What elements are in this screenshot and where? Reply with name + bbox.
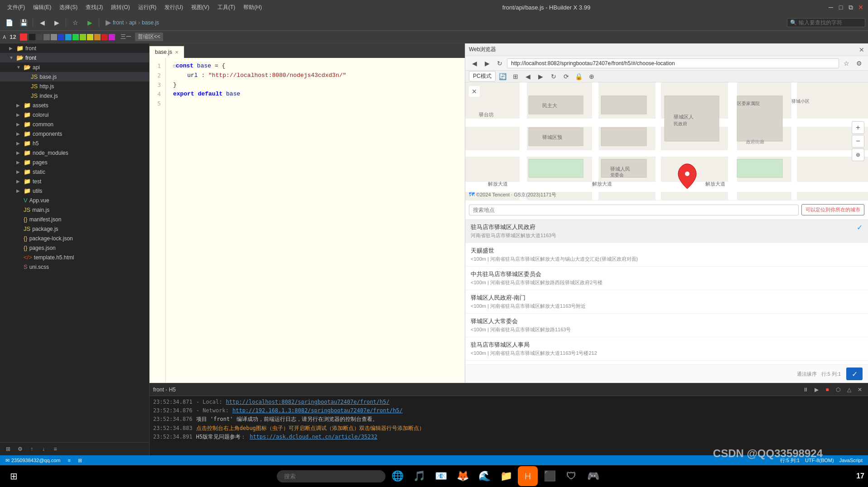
browser-tool5[interactable]: ↻ [548,71,559,82]
status-language[interactable]: JavaScript [838,457,864,464]
taskbar-app-game[interactable]: 🎮 [583,466,603,486]
menu-file[interactable]: 文件(F) [4,2,29,13]
taskbar-app-mail[interactable]: 📧 [431,466,451,486]
location-item-6[interactable]: 驻马店市驿城区纪检委 <100m | 河南省驻马店市驿城区解放路1163号 [465,361,868,364]
sidebar-item-h5[interactable]: ▶ 📁 h5 [0,138,149,148]
menu-jump[interactable]: 跳转(O) [107,2,133,13]
console-close-btn[interactable]: ✕ [855,385,864,394]
browser-forward-btn[interactable]: ▶ [482,58,492,69]
sidebar-item-front1[interactable]: ▶ 📁 front [0,43,149,53]
sidebar-item-templatehtml[interactable]: </> template.h5.html [0,253,149,262]
taskbar-app-shield[interactable]: 🛡 [561,466,581,486]
editor-content[interactable]: 1 2 3 4 5 ⊟const base = { url : "http://… [149,58,465,383]
console-external-btn[interactable]: ⬡ [834,385,843,394]
map-close-btn[interactable]: ✕ [469,86,480,97]
location-item-2[interactable]: 中共驻马店市驿城区委员会 <100m | 河南省驻马店市驿城区解放路西段驿城区政… [465,267,868,290]
menu-publish[interactable]: 发行(U) [161,2,187,13]
taskbar-search-input[interactable] [277,470,386,482]
browser-map[interactable]: 民主大 驿城区预 驿城区人 区委家属院 驿城小区 民政府 驿城人民 党委会 驿台… [465,82,868,200]
sidebar-item-packagelockjson[interactable]: {} package-lock.json [0,234,149,243]
back-btn[interactable]: ◀ [36,16,48,29]
save-btn[interactable]: 💾 [17,16,30,29]
minimize-button[interactable]: ─ [827,4,834,11]
bookmark-btn[interactable]: ☆ [69,16,82,29]
location-item-4[interactable]: 驿城区人大常委会 <100m | 河南省驻马店市驿城区解放路1163号 [465,314,868,337]
taskbar-clock[interactable]: 17 [856,471,864,481]
sidebar-btn3[interactable]: ↑ [27,444,36,454]
search-input[interactable] [799,19,862,26]
browser-back-btn[interactable]: ◀ [469,58,480,69]
console-run-btn[interactable]: ▶ [812,385,821,394]
browser-tool1[interactable]: 🔄 [497,71,508,82]
status-grid-view[interactable]: ⊞ [76,458,84,463]
maximize-button[interactable]: □ [837,4,844,11]
menu-run[interactable]: 运行(R) [135,2,160,13]
sidebar-item-packagejs[interactable]: JS package.js [0,224,149,234]
menu-edit[interactable]: 编辑(E) [29,2,55,13]
sidebar-item-colorui[interactable]: ▶ 📁 colorui [0,110,149,119]
console-pause-btn[interactable]: ⏸ [801,385,810,394]
browser-close-btn[interactable]: ✕ [859,46,864,53]
browser-bookmark-btn[interactable]: ☆ [841,58,852,69]
sidebar-btn2[interactable]: ⚙ [15,444,24,454]
console-expand-btn[interactable]: △ [844,385,854,394]
taskbar-app-files[interactable]: 📁 [496,466,516,486]
format-toggle-btn[interactable]: 三一 [121,33,131,41]
minimap-btn[interactable]: 普缩区<< [135,33,163,41]
status-position[interactable]: 行:5 列:1 [778,457,801,464]
menu-select[interactable]: 选择(S) [56,2,81,13]
run-btn[interactable]: ▶ [83,16,96,29]
sidebar-item-pages[interactable]: ▶ 📁 pages [0,158,149,167]
windows-start-btn[interactable]: ⊞ [4,466,24,486]
sidebar-btn4[interactable]: ↓ [39,444,48,454]
local-url-link[interactable]: http://localhost:8082/springbootau72407e… [226,398,390,406]
location-item-3[interactable]: 驿城区人民政府-南门 <100m | 河南省驻马店市驿城区解放大道1163号附近 [465,290,868,314]
menu-tools[interactable]: 工具(T) [214,2,239,13]
network-url-link[interactable]: http://192.168.1.3:8082/springbootau7240… [232,406,403,415]
taskbar-app-browser[interactable]: 🌐 [387,466,407,486]
zoom-out-btn[interactable]: − [852,135,864,148]
sidebar-item-api[interactable]: ▼ 📂 api [0,62,149,72]
restore-button[interactable]: ⧉ [847,4,854,11]
sidebar-item-appvue[interactable]: V App.vue [0,196,149,205]
close-button[interactable]: ✕ [857,4,864,11]
browser-tool3[interactable]: ◀ [523,71,534,82]
sidebar-item-assets[interactable]: ▶ 📁 assets [0,100,149,110]
help-link[interactable]: https://ask.dcloud.net.cn/article/35232 [250,433,377,441]
sidebar-item-uniscss[interactable]: S uni.scss [0,262,149,272]
breadcrumb-api[interactable]: api [129,19,136,26]
pc-mode-btn[interactable]: PC模式 [469,71,496,81]
new-file-btn[interactable]: 📄 [3,16,15,29]
sidebar-item-mainjs[interactable]: JS main.js [0,205,149,215]
sidebar-item-common[interactable]: ▶ 📁 common [0,119,149,129]
editor-tab-basejs[interactable]: base.js ✕ [149,46,184,58]
locate-btn[interactable]: 可以定位到你所在的城市 [801,204,864,215]
taskbar-app-orange[interactable]: H [518,466,538,486]
tab-close-btn[interactable]: ✕ [175,50,178,55]
sidebar-item-static[interactable]: ▶ 📁 static [0,167,149,177]
sidebar-item-test[interactable]: ▶ 📁 test [0,177,149,186]
browser-tool2[interactable]: ⊞ [510,71,521,82]
search-box[interactable]: 🔍 [787,18,865,27]
console-stop-btn[interactable]: ■ [823,385,832,394]
breadcrumb-front[interactable]: front [113,19,124,26]
browser-tool4[interactable]: ▶ [535,71,546,82]
sidebar-item-basejs[interactable]: JS base.js [0,72,149,81]
taskbar-app-firefox[interactable]: 🦊 [453,466,473,486]
status-encoding[interactable]: UTF-8(BOM) [803,457,836,464]
location-item-0[interactable]: 驻马店市驿城区人民政府 河南省驻马店市驿城区解放大道1163号 ✓ [465,220,868,243]
browser-tool8[interactable]: ⊕ [586,71,597,82]
status-list-view[interactable]: ≡ [66,458,72,463]
sidebar-item-pagesjson[interactable]: {} pages.json [0,243,149,253]
browser-tool7[interactable]: 🔒 [574,71,584,82]
menu-help[interactable]: 帮助(H) [240,2,265,13]
zoom-in-btn[interactable]: + [852,121,864,134]
code-area[interactable]: ⊟const base = { url : "http://localhost:… [166,58,465,383]
address-input[interactable] [507,58,839,68]
sidebar-btn1[interactable]: ⊞ [4,444,13,454]
browser-tool6[interactable]: ⟳ [561,71,572,82]
confirm-location-btn[interactable]: ✓ [846,368,863,380]
sidebar-item-httpjs[interactable]: JS http.js [0,81,149,91]
taskbar-app-music[interactable]: 🎵 [409,466,429,486]
menu-view[interactable]: 视图(V) [188,2,213,13]
